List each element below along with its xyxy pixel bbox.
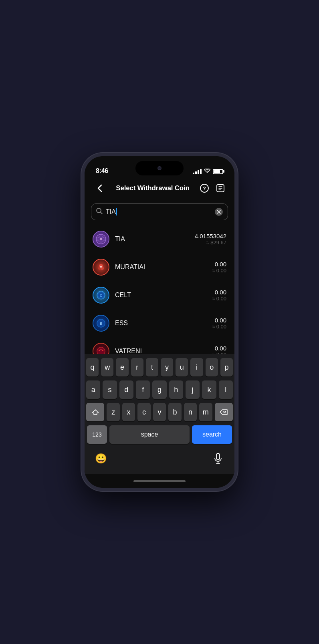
coin-amount-tia: 4.01553042 xyxy=(195,233,226,239)
search-bar[interactable]: TIA xyxy=(91,203,228,220)
coin-logo-vatreni xyxy=(93,343,109,354)
phone-frame: 8:46 xyxy=(81,153,238,491)
search-clear-button[interactable] xyxy=(215,208,223,216)
dynamic-island xyxy=(135,161,184,175)
key-r[interactable]: r xyxy=(131,358,143,376)
key-123[interactable]: 123 xyxy=(87,425,107,444)
key-w[interactable]: w xyxy=(101,358,113,376)
status-icons xyxy=(193,168,223,175)
search-value: TIA xyxy=(106,208,116,215)
signal-bar-3 xyxy=(198,170,199,174)
back-button[interactable] xyxy=(93,181,107,195)
coin-item-celt[interactable]: C CELT 0.00 ≈ 0.00 xyxy=(85,281,234,309)
coin-logo-tia xyxy=(93,231,109,248)
key-z[interactable]: z xyxy=(107,403,119,421)
search-input[interactable]: TIA xyxy=(106,208,212,215)
battery-fill xyxy=(214,170,220,173)
wifi-icon xyxy=(204,168,210,175)
text-cursor xyxy=(116,208,117,215)
keyboard-row-2: a s d f g h j k l xyxy=(86,380,233,399)
key-n[interactable]: n xyxy=(184,403,197,421)
coin-balance-tia: 4.01553042 ≈ $29.67 xyxy=(195,233,226,246)
key-h[interactable]: h xyxy=(169,380,183,399)
screen: 8:46 xyxy=(85,156,234,488)
svg-point-30 xyxy=(101,349,102,350)
signal-bar-4 xyxy=(200,169,202,174)
status-time: 8:46 xyxy=(96,167,108,175)
key-v[interactable]: v xyxy=(153,403,166,421)
coin-name-celt: CELT xyxy=(115,292,131,298)
coin-info-tia: TIA xyxy=(115,235,195,243)
key-b[interactable]: b xyxy=(168,403,181,421)
coin-item-vatreni[interactable]: VATRENI 0.00 ≈ 0.00 xyxy=(85,337,234,354)
coin-logo-celt: C xyxy=(93,287,109,304)
svg-text:M: M xyxy=(100,265,103,269)
svg-text:C: C xyxy=(100,294,103,298)
svg-point-28 xyxy=(99,350,100,351)
coin-usd-muratiai: ≈ 0.00 xyxy=(212,268,226,274)
key-q[interactable]: q xyxy=(86,358,99,376)
coin-item-tia[interactable]: TIA 4.01553042 ≈ $29.67 xyxy=(85,225,234,253)
key-u[interactable]: u xyxy=(176,358,188,376)
home-indicator xyxy=(85,474,234,488)
key-p[interactable]: p xyxy=(220,358,233,376)
key-m[interactable]: m xyxy=(199,403,212,421)
key-s[interactable]: s xyxy=(103,380,117,399)
signal-bars xyxy=(193,169,202,174)
help-icon[interactable]: ? xyxy=(198,182,210,194)
key-k[interactable]: k xyxy=(202,380,216,399)
header-actions: ? xyxy=(198,182,226,194)
coin-info-celt: CELT xyxy=(115,292,212,299)
coin-amount-ess: 0.00 xyxy=(212,317,226,324)
coin-balance-vatreni: 0.00 ≈ 0.00 xyxy=(212,345,226,354)
key-e[interactable]: e xyxy=(116,358,128,376)
key-f[interactable]: f xyxy=(136,380,150,399)
coin-item-muratiai[interactable]: M MURATIAI 0.00 ≈ 0.00 xyxy=(85,253,234,281)
emoji-key[interactable]: 😀 xyxy=(92,449,110,468)
key-search[interactable]: search xyxy=(192,425,232,444)
keyboard-row-3: z x c v b n m xyxy=(86,403,233,421)
key-g[interactable]: g xyxy=(152,380,166,399)
list-icon[interactable] xyxy=(214,182,226,194)
coin-list: TIA 4.01553042 ≈ $29.67 M xyxy=(85,225,234,354)
delete-key[interactable] xyxy=(215,403,233,421)
dynamic-island-dot xyxy=(157,166,162,170)
home-bar xyxy=(133,480,186,482)
signal-bar-2 xyxy=(195,171,197,174)
coin-info-ess: ESS xyxy=(115,320,212,327)
key-space[interactable]: space xyxy=(109,425,190,444)
coin-usd-celt: ≈ 0.00 xyxy=(212,296,226,302)
key-l[interactable]: l xyxy=(219,380,233,399)
key-j[interactable]: j xyxy=(186,380,200,399)
key-a[interactable]: a xyxy=(86,380,100,399)
coin-balance-celt: 0.00 ≈ 0.00 xyxy=(212,289,226,302)
key-i[interactable]: i xyxy=(190,358,203,376)
coin-item-ess[interactable]: E ESS 0.00 ≈ 0.00 xyxy=(85,309,234,337)
key-x[interactable]: x xyxy=(122,403,135,421)
key-c[interactable]: c xyxy=(137,403,150,421)
key-d[interactable]: d xyxy=(119,380,133,399)
coin-amount-celt: 0.00 xyxy=(212,289,226,296)
keyboard-bottom-row: 123 space search xyxy=(86,425,233,444)
svg-line-7 xyxy=(101,212,103,214)
coin-name-vatreni: VATRENI xyxy=(115,348,142,354)
key-o[interactable]: o xyxy=(206,358,218,376)
mic-key[interactable] xyxy=(209,449,227,468)
search-icon xyxy=(96,208,103,216)
svg-text:E: E xyxy=(100,322,102,326)
coin-amount-muratiai: 0.00 xyxy=(212,261,226,268)
keyboard-row-1: q w e r t y u i o p xyxy=(86,358,233,376)
shift-key[interactable] xyxy=(86,403,104,421)
key-y[interactable]: y xyxy=(161,358,173,376)
coin-balance-ess: 0.00 ≈ 0.00 xyxy=(212,317,226,330)
coin-logo-muratiai: M xyxy=(93,259,109,276)
keyboard: q w e r t y u i o p a s d f g h j k xyxy=(85,354,234,474)
svg-point-29 xyxy=(102,350,103,351)
search-container: TIA xyxy=(85,200,234,225)
signal-bar-1 xyxy=(193,173,194,174)
coin-usd-tia: ≈ $29.67 xyxy=(195,239,226,246)
coin-logo-ess: E xyxy=(93,315,109,332)
coin-balance-muratiai: 0.00 ≈ 0.00 xyxy=(212,261,226,274)
page-title: Select Withdrawal Coin xyxy=(107,184,198,192)
key-t[interactable]: t xyxy=(146,358,158,376)
